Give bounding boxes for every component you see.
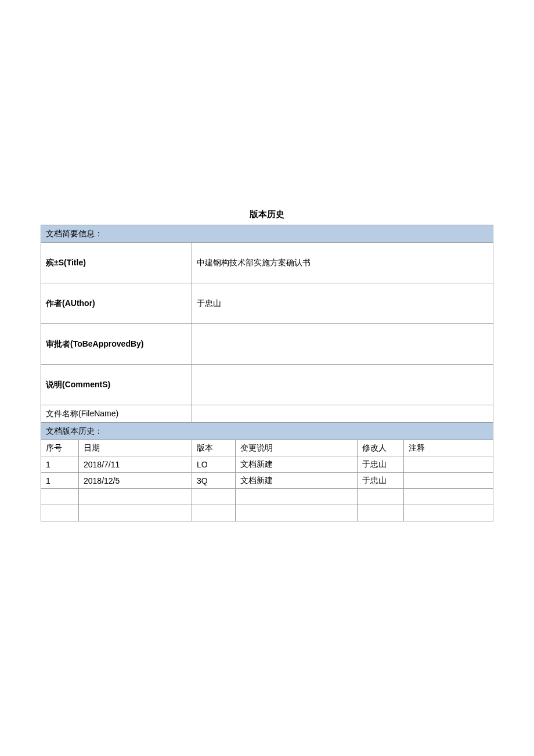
cell-note xyxy=(404,505,493,521)
comments-label: 说明(CommentS) xyxy=(41,365,192,405)
cell-change: 文档新建 xyxy=(236,456,358,473)
filename-label: 文件名称(FileName) xyxy=(41,405,192,423)
cell-seq xyxy=(41,489,79,505)
approver-label: 审批者(ToBeApprovedBy) xyxy=(41,324,192,365)
doc-brief-header: 文档简要信息： xyxy=(41,225,493,243)
cell-seq: 1 xyxy=(41,473,79,489)
col-header-date: 日期 xyxy=(79,440,192,456)
author-label: 作者(AUthor) xyxy=(41,283,192,324)
title-value: 中建钢构技术部实施方案确认书 xyxy=(192,243,493,283)
cell-change xyxy=(236,505,358,521)
cell-note xyxy=(404,456,493,473)
cell-modifier xyxy=(358,505,404,521)
cell-modifier: 于忠山 xyxy=(358,456,404,473)
table-row: 1 2018/7/11 LO 文档新建 于忠山 xyxy=(41,456,493,473)
author-value: 于忠山 xyxy=(192,283,493,324)
col-header-modifier: 修改人 xyxy=(358,440,404,456)
cell-date: 2018/7/11 xyxy=(79,456,192,473)
col-header-note: 注释 xyxy=(404,440,493,456)
cell-date xyxy=(79,505,192,521)
cell-date: 2018/12/5 xyxy=(79,473,192,489)
col-header-change: 变更说明 xyxy=(236,440,358,456)
col-header-seq: 序号 xyxy=(41,440,79,456)
cell-version: LO xyxy=(192,456,236,473)
cell-seq xyxy=(41,505,79,521)
filename-value xyxy=(192,405,493,423)
cell-seq: 1 xyxy=(41,456,79,473)
page-title: 版本历史 xyxy=(41,209,493,220)
cell-version xyxy=(192,505,236,521)
col-header-version: 版本 xyxy=(192,440,236,456)
table-row xyxy=(41,505,493,521)
cell-date xyxy=(79,489,192,505)
cell-modifier xyxy=(358,489,404,505)
title-label: 殡±S(Title) xyxy=(41,243,192,283)
comments-value xyxy=(192,365,493,405)
approver-value xyxy=(192,324,493,365)
cell-note xyxy=(404,473,493,489)
history-header: 文档版本历史： xyxy=(41,423,493,440)
cell-note xyxy=(404,489,493,505)
document-table: 文档简要信息： 殡±S(Title) 中建钢构技术部实施方案确认书 作者(AUt… xyxy=(41,225,493,521)
cell-change xyxy=(236,489,358,505)
cell-version: 3Q xyxy=(192,473,236,489)
table-row: 1 2018/12/5 3Q 文档新建 于忠山 xyxy=(41,473,493,489)
cell-change: 文档新建 xyxy=(236,473,358,489)
cell-version xyxy=(192,489,236,505)
table-row xyxy=(41,489,493,505)
cell-modifier: 于忠山 xyxy=(358,473,404,489)
